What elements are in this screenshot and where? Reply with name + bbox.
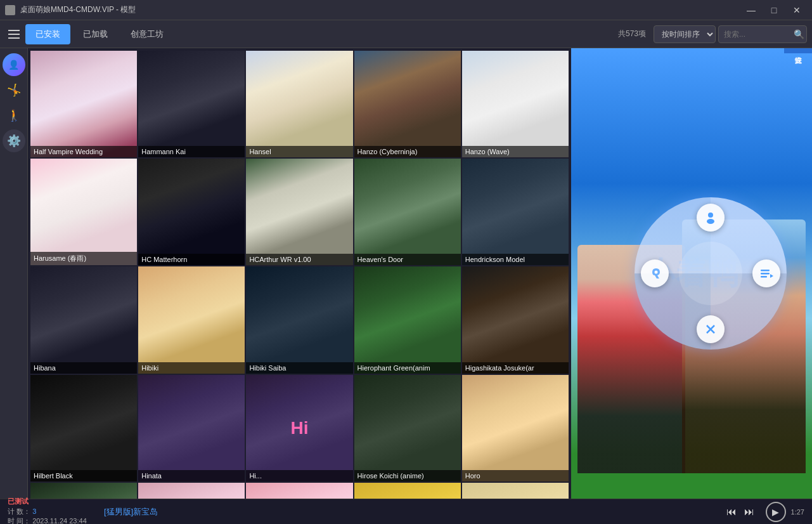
svg-point-0 [708, 213, 713, 218]
grid-item[interactable]: Hibana [30, 266, 137, 373]
prev-track-button[interactable]: ⏭ [743, 505, 756, 519]
svg-marker-5 [770, 274, 773, 278]
preview-area: 小着鸭 [571, 48, 812, 499]
grid-item[interactable]: Hendrickson Model [462, 159, 569, 265]
grid-item[interactable] [138, 483, 245, 499]
toolbar: 已安装 已加载 创意工坊 共573项 按时间排序 按名称排序 按大小排序 🔍 [0, 20, 812, 48]
sort-dropdown[interactable]: 按时间排序 按名称排序 按大小排序 [654, 25, 716, 43]
svg-rect-4 [761, 276, 767, 278]
player-controls: ⏮ ⏭ ▶ 1:27 [725, 502, 804, 522]
grid-item[interactable]: Half Vampire Wedding [30, 51, 137, 157]
grid-item[interactable]: Hibiki Saiba [246, 266, 352, 373]
grid-item[interactable]: Hibiki [138, 266, 245, 373]
sidebar-item-motion[interactable]: 🤸 [3, 79, 25, 102]
sidebar-item-character[interactable]: 🚶 [3, 104, 25, 127]
player-center: [猛男版]新宝岛 [104, 506, 718, 518]
svg-point-8 [655, 271, 658, 274]
title-bar-controls: — □ ✕ [741, 1, 807, 19]
grid-item[interactable]: Higashikata Josuke(ar [462, 266, 569, 373]
svg-rect-2 [761, 270, 770, 272]
circle-btn-playlist[interactable] [752, 259, 780, 287]
hamburger-menu-icon[interactable] [5, 25, 23, 43]
item-count: 共573项 [618, 29, 646, 39]
player-bar: 已测试 计 数： 3 时 间： 2023.11.24 23:44 [猛男版]新宝… [0, 499, 812, 524]
circle-center [679, 242, 742, 305]
grid-item[interactable]: Harusame (春雨) [30, 159, 137, 265]
app-icon [5, 5, 15, 15]
right-panel: 快捷方式 [784, 48, 812, 53]
grid-item[interactable]: Hulk [30, 483, 137, 499]
maximize-button[interactable]: □ [764, 1, 784, 19]
search-wrap: 🔍 [718, 25, 807, 43]
title-bar-left: 桌面萌娘MMD4-CMDW.VIP - 模型 [5, 4, 136, 15]
search-icon[interactable]: 🔍 [794, 29, 804, 39]
tab-installed[interactable]: 已安装 [25, 24, 70, 44]
grid-item[interactable]: HCArthur WR v1.00 [246, 159, 352, 265]
grid-item[interactable] [246, 483, 352, 499]
sidebar-item-settings[interactable]: ⚙️ [3, 129, 25, 152]
circular-menu [635, 197, 787, 350]
play-button[interactable]: ▶ [766, 502, 786, 522]
minimize-button[interactable]: — [741, 1, 761, 19]
tab-downloaded[interactable]: 已加载 [73, 24, 118, 44]
sidebar: 👤 🤸 🚶 ⚙️ [0, 48, 28, 499]
grid-item[interactable]: Hinata [138, 375, 245, 481]
grid-item[interactable]: Hanzo (Cyberninja) [354, 51, 461, 157]
main-area: 👤 🤸 🚶 ⚙️ Half Vampire Wedding Hammann Ka… [0, 48, 812, 499]
player-status: 已测试 [8, 497, 96, 506]
svg-rect-3 [761, 273, 770, 275]
grid-item[interactable]: Hi Hi... [246, 375, 352, 481]
title-bar: 桌面萌娘MMD4-CMDW.VIP - 模型 — □ ✕ [0, 0, 812, 20]
grid-item[interactable]: Hansel [246, 51, 352, 157]
grid-item[interactable]: Hanzo (Wave) [462, 51, 569, 157]
grid-item[interactable]: Hirose Koichi (anime) [354, 375, 461, 481]
tab-workshop[interactable]: 创意工坊 [120, 24, 174, 44]
grid-item[interactable]: HC Matterhorn [138, 159, 245, 265]
prev-button[interactable]: ⏮ [725, 505, 738, 519]
grid-item[interactable] [462, 483, 569, 499]
app-title: 桌面萌娘MMD4-CMDW.VIP - 模型 [20, 4, 136, 15]
circle-btn-tool[interactable] [641, 259, 669, 287]
grid-item[interactable]: Horo [462, 375, 569, 481]
circle-btn-close[interactable] [697, 315, 725, 343]
player-time-row: 时 间： 2023.11.24 23:44 [8, 516, 96, 524]
close-button[interactable]: ✕ [787, 1, 807, 19]
grid-item[interactable]: Hammann Kai [138, 51, 245, 157]
sidebar-avatar[interactable]: 👤 [3, 53, 25, 76]
grid-item[interactable]: Hierophant Green(anim [354, 266, 461, 373]
player-duration: 1:27 [791, 508, 804, 516]
grid-area: Half Vampire Wedding Hammann Kai Hansel … [28, 48, 571, 499]
svg-point-1 [707, 219, 714, 224]
grid-item[interactable] [354, 483, 461, 499]
circle-btn-character[interactable] [697, 204, 725, 232]
player-info-col: 已测试 计 数： 3 时 间： 2023.11.24 23:44 [8, 497, 96, 524]
grid-item[interactable]: Heaven's Door [354, 159, 461, 265]
grid-item[interactable]: Hilbert Black [30, 375, 137, 481]
player-count: 计 数： 3 [8, 507, 96, 516]
player-title: [猛男版]新宝岛 [104, 506, 718, 518]
grid-container: Half Vampire Wedding Hammann Kai Hansel … [30, 51, 569, 499]
